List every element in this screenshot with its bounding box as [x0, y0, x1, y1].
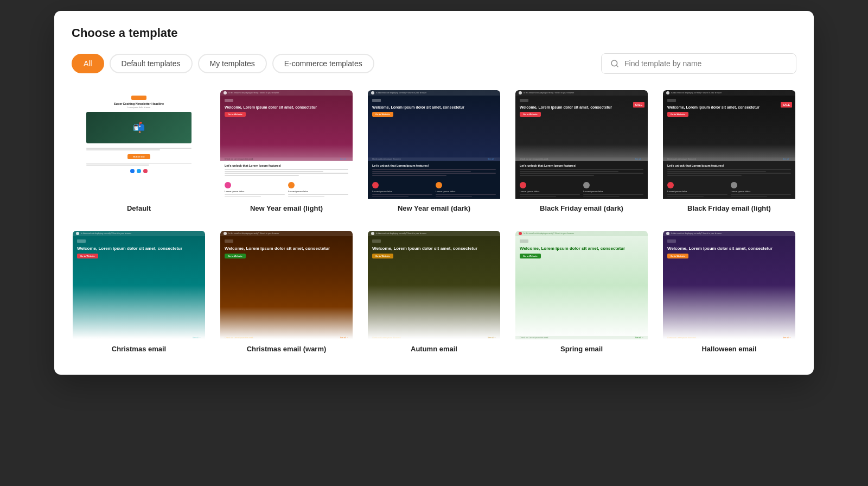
- template-card-halloween[interactable]: Is this email not displaying correctly? …: [662, 230, 796, 357]
- template-name-christmas-teal: Christmas email: [73, 339, 205, 356]
- template-preview-christmas-warm: Is this email not displaying correctly? …: [220, 231, 353, 339]
- preview-colored-spring: Is this email not displaying correctly? …: [515, 231, 648, 339]
- template-card-new-year-light[interactable]: Is this email not displaying correctly? …: [219, 89, 354, 217]
- template-card-black-friday-dark[interactable]: Is this email not displaying correctly? …: [514, 89, 649, 217]
- modal-header: Choose a template All Default templates …: [54, 11, 814, 85]
- template-preview-christmas-teal: Is this email not displaying correctly? …: [73, 231, 205, 339]
- tab-all[interactable]: All: [72, 54, 104, 73]
- preview-colored-autumn: Is this email not displaying correctly? …: [368, 231, 500, 339]
- template-preview-new-year-dark: Is this email not displaying correctly? …: [368, 90, 500, 199]
- template-name-default: Default: [73, 199, 205, 216]
- template-name-autumn: Autumn email: [368, 339, 500, 356]
- preview-colored-bf-light: Is this email not displaying correctly? …: [663, 90, 795, 199]
- template-name-black-friday-light: Black Friday email (light): [663, 199, 795, 216]
- search-icon: [610, 59, 619, 68]
- template-preview-default: Super Exciting Newsletter Headline Lorem…: [73, 90, 205, 199]
- template-name-new-year-light: New Year email (light): [220, 199, 353, 216]
- modal-title: Choose a template: [72, 26, 796, 40]
- preview-colored-bf-dark: Is this email not displaying correctly? …: [515, 90, 648, 199]
- tab-my-templates[interactable]: My templates: [198, 54, 267, 73]
- search-box: [601, 53, 796, 74]
- filter-row: All Default templates My templates E-com…: [72, 53, 796, 85]
- template-card-autumn[interactable]: Is this email not displaying correctly? …: [367, 230, 501, 357]
- search-input[interactable]: [624, 59, 787, 68]
- template-name-new-year-dark: New Year email (dark): [368, 199, 500, 216]
- template-preview-new-year-light: Is this email not displaying correctly? …: [220, 90, 353, 199]
- templates-grid-row1: Super Exciting Newsletter Headline Lorem…: [72, 89, 796, 217]
- templates-grid-row2: Is this email not displaying correctly? …: [72, 230, 796, 357]
- template-preview-halloween: Is this email not displaying correctly? …: [663, 231, 795, 339]
- template-name-christmas-warm: Christmas email (warm): [220, 339, 353, 356]
- preview-colored-halloween: Is this email not displaying correctly? …: [663, 231, 795, 339]
- template-card-default[interactable]: Super Exciting Newsletter Headline Lorem…: [72, 89, 206, 217]
- template-name-halloween: Halloween email: [663, 339, 795, 356]
- template-chooser-modal: Choose a template All Default templates …: [54, 11, 814, 375]
- template-card-black-friday-light[interactable]: Is this email not displaying correctly? …: [662, 89, 796, 217]
- svg-line-1: [616, 65, 618, 67]
- template-name-black-friday-dark: Black Friday email (dark): [515, 199, 648, 216]
- modal-body: Super Exciting Newsletter Headline Lorem…: [54, 85, 814, 375]
- preview-colored-xmas-teal: Is this email not displaying correctly? …: [73, 231, 205, 339]
- template-preview-black-friday-dark: Is this email not displaying correctly? …: [515, 90, 648, 199]
- template-card-christmas-warm[interactable]: Is this email not displaying correctly? …: [219, 230, 354, 357]
- template-card-spring[interactable]: Is this email not displaying correctly? …: [514, 230, 649, 357]
- template-preview-autumn: Is this email not displaying correctly? …: [368, 231, 500, 339]
- filter-tabs: All Default templates My templates E-com…: [72, 54, 374, 73]
- template-preview-black-friday-light: Is this email not displaying correctly? …: [663, 90, 795, 199]
- preview-colored-ny-dark: Is this email not displaying correctly? …: [368, 90, 500, 199]
- template-card-christmas-teal[interactable]: Is this email not displaying correctly? …: [72, 230, 206, 357]
- tab-default-templates[interactable]: Default templates: [110, 54, 193, 73]
- preview-colored-ny-light: Is this email not displaying correctly? …: [220, 90, 353, 199]
- preview-colored-xmas-warm: Is this email not displaying correctly? …: [220, 231, 353, 339]
- template-card-new-year-dark[interactable]: Is this email not displaying correctly? …: [367, 89, 501, 217]
- template-name-spring: Spring email: [515, 339, 648, 356]
- tab-ecommerce-templates[interactable]: E-commerce templates: [272, 54, 374, 73]
- template-preview-spring: Is this email not displaying correctly? …: [515, 231, 648, 339]
- modal-backdrop: Choose a template All Default templates …: [0, 0, 868, 486]
